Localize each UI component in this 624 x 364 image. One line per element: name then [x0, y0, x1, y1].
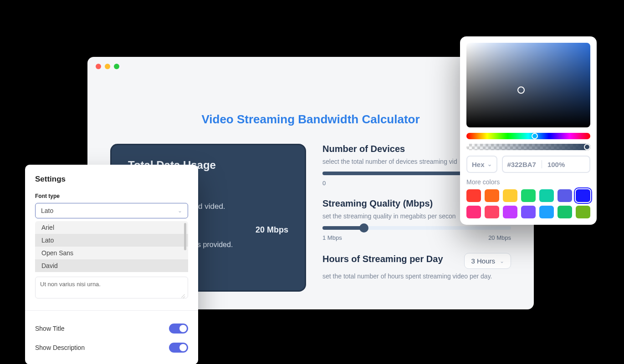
- hours-label: Hours of Streaming per Day: [322, 254, 443, 264]
- font-select[interactable]: Lato ⌄: [35, 203, 188, 218]
- chevron-down-icon: ⌄: [487, 161, 492, 167]
- quality-slider-thumb[interactable]: [359, 223, 368, 233]
- font-option-ariel[interactable]: Ariel: [35, 221, 188, 234]
- color-swatches: [466, 189, 590, 218]
- color-picker-panel: Hex ⌄ #322BA7 100% More colors: [460, 36, 597, 225]
- font-option-lato[interactable]: Lato: [35, 234, 188, 247]
- hours-desc: set the total number of hours spent stre…: [322, 273, 511, 280]
- color-swatch[interactable]: [558, 189, 572, 202]
- hex-value[interactable]: #322BA7: [507, 161, 536, 168]
- minimize-icon[interactable]: [105, 64, 110, 69]
- hue-slider[interactable]: [466, 133, 590, 139]
- page-title: Video Streaming Bandwidth Calculator: [110, 112, 511, 126]
- show-title-toggle[interactable]: [169, 324, 188, 334]
- color-mode-select[interactable]: Hex ⌄: [466, 156, 497, 173]
- color-gradient[interactable]: [466, 43, 590, 127]
- quality-max-label: 20 Mbps: [488, 234, 511, 241]
- settings-panel: Settings Font type Lato ⌄ Ariel Lato Ope…: [25, 165, 198, 364]
- description-textarea[interactable]: [35, 277, 188, 298]
- color-swatch[interactable]: [466, 206, 481, 218]
- color-cursor[interactable]: [517, 86, 525, 94]
- hue-slider-thumb[interactable]: [532, 133, 538, 139]
- show-title-row: Show Title: [35, 319, 188, 338]
- color-mode-value: Hex: [472, 161, 485, 168]
- color-swatch[interactable]: [576, 206, 590, 218]
- font-select-value: Lato: [41, 207, 53, 214]
- font-option-opensans[interactable]: Open Sans: [35, 247, 188, 259]
- devices-min-label: 0: [322, 180, 326, 187]
- color-swatch[interactable]: [521, 206, 536, 218]
- hex-input-group: #322BA7 100%: [502, 156, 590, 173]
- font-option-david[interactable]: David: [35, 259, 188, 272]
- show-description-row: Show Description: [35, 338, 188, 357]
- divider: [542, 160, 542, 168]
- close-icon[interactable]: [96, 64, 101, 69]
- more-colors-label: More colors: [466, 178, 590, 186]
- chevron-down-icon: ⌄: [178, 207, 182, 214]
- color-swatch[interactable]: [539, 189, 554, 202]
- color-swatch[interactable]: [558, 206, 572, 218]
- hours-select[interactable]: 3 Hours ⌄: [464, 253, 511, 269]
- color-swatch[interactable]: [485, 189, 499, 202]
- chevron-down-icon: ⌄: [500, 258, 504, 264]
- scrollbar[interactable]: [184, 223, 186, 250]
- alpha-slider-thumb[interactable]: [584, 144, 590, 150]
- font-dropdown: Ariel Lato Open Sans David: [35, 221, 188, 272]
- color-swatch[interactable]: [503, 189, 517, 202]
- alpha-slider[interactable]: [466, 144, 590, 150]
- hours-value: 3 Hours: [471, 257, 495, 265]
- color-swatch[interactable]: [485, 206, 499, 218]
- quality-slider[interactable]: [322, 226, 511, 230]
- settings-title: Settings: [35, 175, 188, 184]
- field-hours: Hours of Streaming per Day 3 Hours ⌄ set…: [322, 253, 511, 280]
- color-swatch[interactable]: [503, 206, 517, 218]
- show-description-label: Show Description: [35, 344, 85, 351]
- color-swatch[interactable]: [466, 189, 481, 202]
- quality-min-label: 1 Mbps: [322, 234, 342, 241]
- show-description-toggle[interactable]: [169, 343, 188, 353]
- color-swatch[interactable]: [539, 206, 554, 218]
- divider: [25, 310, 198, 311]
- color-swatch[interactable]: [521, 189, 536, 202]
- show-title-label: Show Title: [35, 325, 65, 332]
- color-swatch[interactable]: [576, 189, 590, 202]
- alpha-value[interactable]: 100%: [547, 161, 565, 168]
- font-type-label: Font type: [35, 193, 188, 199]
- resize-handle-icon[interactable]: [181, 293, 185, 298]
- stat-value: 20 Mbps: [256, 225, 288, 235]
- maximize-icon[interactable]: [114, 64, 119, 69]
